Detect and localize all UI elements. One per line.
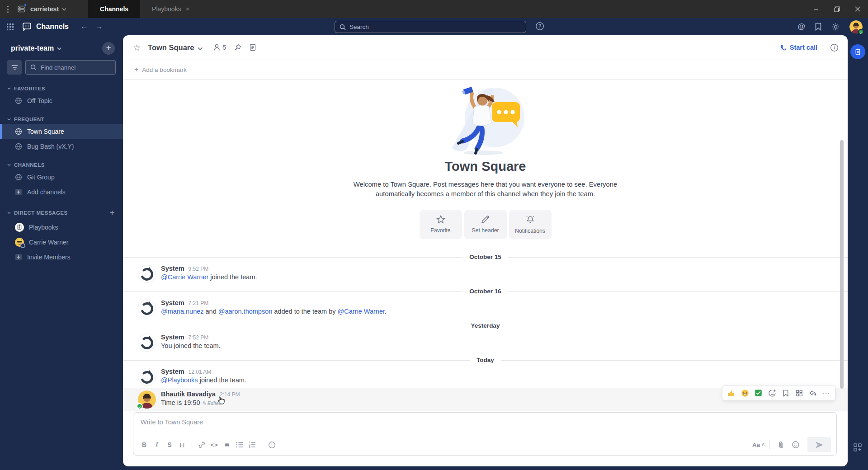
link-button[interactable] <box>195 439 208 451</box>
strikethrough-button[interactable]: S <box>163 439 176 451</box>
pencil-icon: ✎ <box>202 400 206 406</box>
close-tab-icon[interactable]: × <box>186 5 189 13</box>
app-menu-icon[interactable] <box>0 6 17 13</box>
attachment-paperclip-icon[interactable] <box>775 439 788 451</box>
globe-icon <box>15 97 22 104</box>
save-message-icon[interactable] <box>780 387 791 399</box>
send-message-button[interactable] <box>807 437 831 452</box>
sidebar-item-add-channels[interactable]: Add channels <box>0 184 123 199</box>
channel-files-icon[interactable] <box>250 44 256 51</box>
reply-icon[interactable] <box>807 387 818 399</box>
mention-link[interactable]: @Carrie Warner <box>338 308 385 315</box>
grinning-emoji-button[interactable] <box>739 387 750 399</box>
section-frequent[interactable]: FREQUENT <box>0 115 123 124</box>
help-icon[interactable] <box>535 22 544 31</box>
thumbs-up-emoji-button[interactable] <box>726 387 737 399</box>
system-message-3[interactable]: System7:52 PM You joined the team. <box>123 331 848 354</box>
mention-link[interactable]: @Carrie Warner <box>161 273 208 281</box>
find-channel-input[interactable]: Find channel <box>25 60 116 75</box>
app-bar-marketplace-icon[interactable] <box>853 443 862 452</box>
bulleted-list-button[interactable] <box>233 439 246 451</box>
channel-name-menu[interactable]: Town Square <box>148 43 203 52</box>
date-divider: Yesterday <box>123 320 848 331</box>
user-avatar[interactable]: ✓ <box>849 20 863 33</box>
emoji-picker-icon[interactable] <box>789 439 802 451</box>
paper-plane-icon <box>815 441 824 449</box>
show-formatting-button[interactable]: Aa^ <box>752 442 764 448</box>
mention-link[interactable]: @maria.nunez <box>161 308 204 315</box>
italic-button[interactable]: I <box>151 439 163 451</box>
channel-intro: Town Square Welcome to Town Square. Post… <box>123 81 848 239</box>
sidebar-item-bug-bash[interactable]: Bug Bash (vX.Y) <box>0 139 123 154</box>
sidebar-item-playbooks-dm[interactable]: Playbooks <box>0 220 123 235</box>
scrollbar-thumb[interactable] <box>840 140 844 389</box>
mention-link[interactable]: @aaron.thompson <box>218 308 273 315</box>
search-input[interactable]: Search <box>335 21 526 33</box>
mention-link[interactable]: @Playbooks <box>161 376 198 384</box>
message-input[interactable]: Write to Town Square <box>133 413 836 436</box>
message-composer: Write to Town Square B I S H <> ❝ 123 <box>133 412 837 456</box>
section-direct-messages[interactable]: DIRECT MESSAGES + <box>0 206 123 220</box>
minimize-button[interactable] <box>806 0 826 18</box>
saved-posts-icon[interactable] <box>815 23 822 31</box>
add-direct-message-button[interactable]: + <box>109 208 118 218</box>
sidebar-item-carrie-warner[interactable]: Carrie Warner <box>0 235 123 249</box>
heading-button[interactable]: H <box>176 439 189 451</box>
chevron-down-icon <box>198 47 203 50</box>
section-channels[interactable]: CHANNELS <box>0 160 123 169</box>
system-message-2[interactable]: System7:21 PM @maria.nunez and @aaron.th… <box>123 297 848 320</box>
channel-sidebar: private-team + Find channel FAVORITES Of… <box>0 35 123 470</box>
history-back-button[interactable]: ← <box>77 22 92 31</box>
system-message-1[interactable]: System9:52 PM @Carrie Warner joined the … <box>123 263 848 285</box>
favorite-star-icon[interactable]: ☆ <box>133 42 141 53</box>
sidebar-item-off-topic[interactable]: Off-Topic <box>0 93 123 108</box>
restore-button[interactable] <box>826 0 847 18</box>
tab-channels[interactable]: Channels <box>88 0 140 18</box>
close-window-button[interactable] <box>847 0 868 18</box>
more-actions-icon[interactable]: ··· <box>821 387 832 399</box>
chevron-down-icon <box>7 164 11 166</box>
bhautik-avatar[interactable]: ✓ <box>138 390 156 409</box>
favorite-button[interactable]: Favorite <box>420 210 462 239</box>
tab-playbooks[interactable]: Playbooks × <box>140 0 201 18</box>
settings-gear-icon[interactable] <box>831 23 840 31</box>
channel-intro-title: Town Square <box>123 159 848 174</box>
numbered-list-button[interactable]: 123 <box>246 439 259 451</box>
notifications-button[interactable]: Notifications <box>509 210 552 239</box>
quote-button[interactable]: ❝ <box>221 439 233 451</box>
code-button[interactable]: <> <box>208 439 221 451</box>
history-forward-button[interactable]: → <box>92 22 107 31</box>
playbooks-app-button[interactable] <box>850 44 865 59</box>
channel-filter-icon[interactable] <box>7 60 22 75</box>
actions-grid-icon[interactable] <box>793 387 805 399</box>
sidebar-item-invite-members[interactable]: Invite Members <box>0 249 123 264</box>
server-icon[interactable] <box>17 5 26 14</box>
check-mark-emoji-button[interactable] <box>753 387 764 399</box>
team-switcher[interactable]: carrietest <box>30 5 66 13</box>
message-list[interactable]: Town Square Welcome to Town Square. Post… <box>123 80 848 412</box>
set-header-button[interactable]: Set header <box>464 210 507 239</box>
product-title[interactable]: Channels <box>22 22 69 31</box>
person-icon <box>213 44 220 51</box>
plus-box-icon <box>15 254 22 261</box>
pin-icon[interactable] <box>234 44 241 51</box>
bold-button[interactable]: B <box>138 439 151 451</box>
mentions-icon[interactable]: @ <box>797 22 805 31</box>
chevron-down-icon <box>7 212 11 214</box>
pencil-icon <box>481 215 490 224</box>
members-button[interactable]: 5 <box>213 44 226 51</box>
start-call-button[interactable]: Start call <box>779 44 817 51</box>
add-channel-button[interactable]: + <box>102 42 115 55</box>
priority-icon[interactable] <box>265 439 278 451</box>
add-bookmark-button[interactable]: + Add a bookmark <box>123 60 848 80</box>
section-favorites[interactable]: FAVORITES <box>0 84 123 93</box>
team-name-menu[interactable]: private-team <box>11 44 61 52</box>
sidebar-item-git-group[interactable]: Git Group <box>0 169 123 184</box>
channel-info-icon[interactable] <box>830 43 839 52</box>
search-icon <box>30 64 37 70</box>
offline-status-badge <box>20 243 25 248</box>
add-reaction-icon[interactable] <box>766 387 778 399</box>
sidebar-item-town-square[interactable]: Town Square <box>0 124 123 139</box>
system-avatar <box>138 265 156 283</box>
product-switcher-icon[interactable] <box>6 23 14 31</box>
